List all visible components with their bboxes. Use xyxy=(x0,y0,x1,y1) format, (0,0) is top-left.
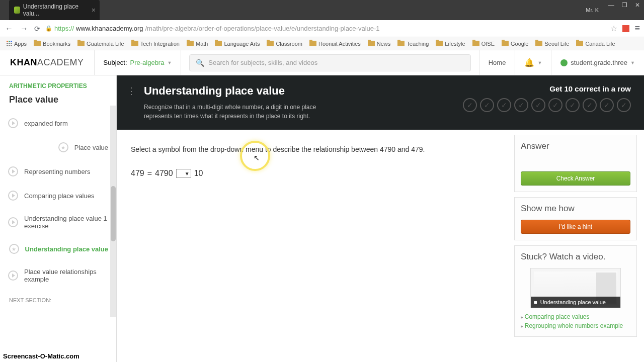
window-buttons: — ❐ ✕ xyxy=(605,0,644,10)
scrollbar-thumb[interactable] xyxy=(111,186,116,241)
bookmark-folder[interactable]: Seoul Life xyxy=(533,40,572,48)
exercise-header: ⋮ Understanding place value Recognize th… xyxy=(117,75,644,130)
sidebar-item[interactable]: Comparing place values xyxy=(0,184,116,208)
related-links: Comparing place values Regrouping whole … xyxy=(521,312,630,330)
progress-dot: ✓ xyxy=(497,98,511,112)
sidebar-item[interactable]: Place value relationships example xyxy=(0,261,116,290)
bookmark-folder[interactable]: News xyxy=(365,40,393,48)
bookmark-folder[interactable]: Hoonuit Activities xyxy=(307,40,363,48)
folder-icon xyxy=(34,41,41,46)
lock-icon: 🔒 xyxy=(45,25,52,32)
answer-title: Answer xyxy=(521,141,630,151)
video-thumbnail[interactable]: ■Understanding place value xyxy=(530,268,621,308)
exercise-subtitle: Recognize that in a multi-digit whole nu… xyxy=(144,103,345,121)
eq-equals: = xyxy=(147,169,152,178)
bookmark-star-icon[interactable]: ☆ xyxy=(610,24,617,33)
subject-selector[interactable]: Subject: Pre-algebra ▼ xyxy=(94,50,182,75)
related-link[interactable]: Regrouping whole numbers example xyxy=(521,321,630,330)
caret-down-icon: ▼ xyxy=(537,60,542,65)
question-prompt: Select a symbol from the drop-down menu … xyxy=(131,144,500,155)
browser-tab[interactable]: Understanding place valu... × xyxy=(9,0,100,20)
sidebar-item-active[interactable]: Understanding place value xyxy=(0,237,116,261)
caret-down-icon: ▼ xyxy=(167,60,172,65)
bookmark-folder[interactable]: Language Arts xyxy=(212,40,262,48)
play-icon xyxy=(8,191,18,201)
bookmark-folder[interactable]: Classroom xyxy=(264,40,305,48)
exercise-goal: Get 10 correct in a row xyxy=(463,84,631,93)
caret-down-icon: ▼ xyxy=(630,60,635,65)
bookmark-folder[interactable]: Math xyxy=(184,40,210,48)
site-logo[interactable]: KHANACADEMY xyxy=(0,57,94,68)
address-bar[interactable]: 🔒 https://www.khanacademy.org/math/pre-a… xyxy=(45,25,605,32)
avatar-icon xyxy=(560,59,568,66)
search-input[interactable]: 🔍 Search for subjects, skills, and video… xyxy=(189,54,470,71)
progress-dot: ✓ xyxy=(566,98,580,112)
bookmark-folder[interactable]: Google xyxy=(499,40,531,48)
eq-lhs: 479 xyxy=(131,169,144,178)
extension-icon[interactable] xyxy=(622,25,629,32)
back-button[interactable]: ← xyxy=(4,24,14,33)
star-icon xyxy=(9,244,19,254)
reload-button[interactable]: ⟳ xyxy=(34,25,40,33)
close-tab-icon[interactable]: × xyxy=(92,6,96,14)
nav-home[interactable]: Home xyxy=(479,50,515,75)
bookmark-folder[interactable]: Lifestyle xyxy=(433,40,467,48)
search-container: 🔍 Search for subjects, skills, and video… xyxy=(189,54,470,71)
play-icon xyxy=(8,217,18,227)
sidebar-item[interactable]: Understanding place value 1 exercise xyxy=(0,208,116,237)
tab-title: Understanding place valu... xyxy=(23,3,85,17)
hint-button[interactable]: I'd like a hint xyxy=(521,220,630,234)
scrollbar[interactable] xyxy=(110,106,116,317)
cursor-icon: ↖ xyxy=(254,154,260,162)
watermark: Screencast-O-Matic.com xyxy=(3,352,79,360)
bookmark-folder[interactable]: Tech Integration xyxy=(129,40,182,48)
workspace: Select a symbol from the drop-down menu … xyxy=(117,130,644,362)
browser-profile[interactable]: Mr. K xyxy=(582,7,603,13)
worksheet: Select a symbol from the drop-down menu … xyxy=(117,130,514,362)
hint-title: Show me how xyxy=(521,204,630,214)
answer-panel-column: Answer Check Answer Show me how I'd like… xyxy=(514,130,644,362)
sidebar-item[interactable]: Place value xyxy=(0,135,116,159)
forward-button[interactable]: → xyxy=(19,24,29,33)
browser-toolbar: ← → ⟳ 🔒 https://www.khanacademy.org/math… xyxy=(0,20,644,37)
video-overlay: ■Understanding place value xyxy=(531,297,620,308)
bell-icon: 🔔 xyxy=(524,58,534,67)
close-window-icon[interactable]: ✕ xyxy=(631,0,644,10)
main-layout: ARITHMETIC PROPERTIES Place value expand… xyxy=(0,75,644,362)
progress-dot: ✓ xyxy=(463,98,477,112)
sidebar-item[interactable]: expanded form xyxy=(0,111,116,135)
hamburger-menu-icon[interactable]: ≡ xyxy=(634,23,640,34)
subject-value: Pre-algebra xyxy=(130,59,165,66)
favicon xyxy=(14,7,20,14)
subject-label: Subject: xyxy=(104,59,127,66)
drag-handle-icon[interactable]: ⋮ xyxy=(127,84,136,121)
sidebar-item[interactable]: Representing numbers xyxy=(0,159,116,184)
play-icon xyxy=(8,166,18,176)
sidebar-category[interactable]: ARITHMETIC PROPERTIES xyxy=(0,75,116,93)
bookmark-apps[interactable]: Apps xyxy=(4,40,29,48)
nav-user[interactable]: student.grade.three▼ xyxy=(551,50,644,75)
bookmark-folder[interactable]: OISE xyxy=(470,40,497,48)
progress-dot: ✓ xyxy=(548,98,562,112)
bookmark-folder[interactable]: Bookmarks xyxy=(31,40,73,48)
check-answer-button[interactable]: Check Answer xyxy=(521,171,630,186)
bookmark-folder[interactable]: Teaching xyxy=(395,40,431,48)
bookmark-folder[interactable]: Canada Life xyxy=(574,40,617,48)
exercise-title: Understanding place value xyxy=(144,84,455,98)
progress-dot: ✓ xyxy=(531,98,545,112)
operator-dropdown[interactable]: ▼ xyxy=(176,169,191,178)
url-path: /math/pre-algebra/order-of-operations/pl… xyxy=(145,25,379,32)
nav-notifications[interactable]: 🔔▼ xyxy=(515,50,551,75)
browser-tab-strip: Understanding place valu... × Mr. K — ❐ … xyxy=(0,0,644,20)
play-icon xyxy=(8,118,18,128)
maximize-icon[interactable]: ❐ xyxy=(618,0,631,10)
progress-dot: ✓ xyxy=(600,98,614,112)
camera-icon: ■ xyxy=(534,299,537,305)
eq-rhs: 10 xyxy=(194,169,203,178)
bookmark-folder[interactable]: Guatemala Life xyxy=(75,40,127,48)
related-link[interactable]: Comparing place values xyxy=(521,312,630,321)
video-panel: Stuck? Watch a video. ■Understanding pla… xyxy=(514,245,637,337)
minimize-icon[interactable]: — xyxy=(605,0,618,10)
progress-dot: ✓ xyxy=(480,98,494,112)
sidebar-section-title: Place value xyxy=(0,93,116,111)
